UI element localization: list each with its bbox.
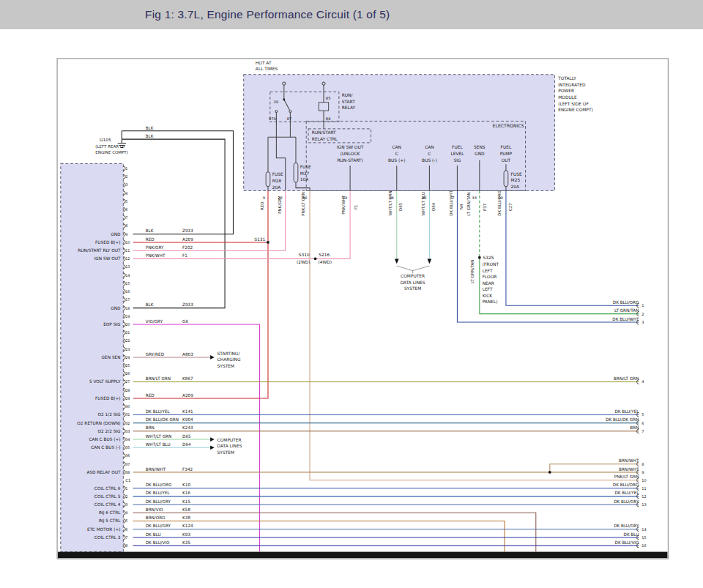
pcm-pin-number: 12: [125, 256, 130, 261]
relay-pin-label: 86: [326, 116, 331, 121]
bottom-cutoff-bar: [58, 552, 667, 559]
wire-color-label: DK BLU/YEL: [614, 409, 639, 414]
relay-ctrl-label: RELAY CTRL: [312, 137, 338, 141]
circuit-code-label: N4: [459, 204, 464, 209]
splice-s310-label: S310: [299, 253, 310, 257]
tipm-pin-function: BUS (-): [422, 158, 437, 163]
fuse-m37-label: FUSE: [300, 165, 311, 169]
pcm-pin-function-label: IGN SW OUT: [94, 256, 121, 261]
right-pin-number: 3: [641, 320, 644, 324]
wire-color-label: DK BLU/GRY: [614, 499, 639, 504]
fuse-m37: [294, 163, 298, 182]
circuit-code-label: F1: [182, 253, 187, 258]
wire-color-label: LT GRN/TAN: [614, 308, 639, 313]
wire-color-label: BRN/LT GRN: [146, 376, 171, 381]
circuit-code-label: A209: [182, 237, 193, 242]
wire-color-label: BLK: [146, 228, 154, 233]
wire-blk-z933-a: [122, 131, 233, 234]
tipm-pin-number: 15: [422, 196, 427, 200]
wire-color-label: RED: [146, 237, 155, 242]
pcm-pin-number: 28: [125, 388, 130, 392]
circuit-code-label: K93: [182, 532, 190, 537]
wire-color-label: DK BLU/DK GRN: [146, 417, 179, 422]
pcm-pin-function-label: RUN/START RLY OUT: [78, 248, 121, 253]
wire-color-label: WHT/LT GRN: [146, 434, 172, 439]
wire-color-label: DK BLU/GRY: [146, 499, 171, 504]
pcm-pin-number: 18: [125, 306, 130, 310]
wire-color-label: DK BLU/YEL: [146, 491, 171, 495]
circuit-code-label: F342: [182, 467, 193, 472]
tipm-pin-function: C: [428, 152, 431, 156]
splice-s310-s216: [314, 257, 317, 260]
relay-pin-label: 87: [287, 116, 292, 121]
circuit-code-label: K867: [182, 376, 193, 381]
tipm-pin-function: FUEL: [501, 145, 512, 149]
wire-color-label: BRN: [146, 425, 155, 430]
pcm-connector-c1-label: C1: [125, 478, 130, 483]
splice-s325-label: S325: [483, 256, 494, 260]
fuse-m25-label: FUSE: [511, 172, 522, 176]
pcm-pin-number: 17: [125, 297, 130, 302]
right-pin-number: 14: [641, 527, 646, 532]
tipm-label: INTEGRATED: [558, 83, 586, 87]
pcm-pin-function-label: CAN C BUS (-): [91, 445, 120, 450]
tipm-label: MODULE: [558, 95, 577, 100]
right-pin-number: 1: [641, 303, 644, 308]
right-pin-number: 13: [641, 502, 646, 507]
pcm-pin-number: 2: [125, 494, 127, 499]
splice-s325-label: LEFT: [483, 269, 493, 273]
right-pin-number: 7: [641, 429, 644, 433]
pcm-pin-function-label: COIL CTRL 6: [94, 486, 121, 491]
tipm-pin-function: RUN-START): [337, 158, 362, 163]
wiring-diagram: HOT ATALL TIMESELECTRONICSTOTALLYINTEGRA…: [0, 29, 703, 588]
hot-at-all-times-label: HOT AT: [256, 61, 272, 65]
pcm-pin-number: 13: [125, 264, 130, 269]
pcm-pin-number: 2: [125, 174, 127, 179]
circuit-code-label: Z933: [182, 228, 193, 233]
wire-blk-z933-b: [122, 139, 225, 308]
tipm-label: (LEFT SIDE OF: [558, 102, 589, 106]
relay-label: START: [342, 100, 356, 104]
splice-s310-label: (2WD): [297, 260, 310, 264]
right-pin-number: 4: [641, 379, 644, 384]
electronics-label: ELECTRONICS: [493, 123, 524, 128]
starting-charging-arrow: [210, 355, 215, 360]
starting-charging-label: SYSTEM: [217, 364, 234, 368]
relay-pin-label: 85: [326, 96, 331, 100]
pcm-pin-function-label: CAN C BUS (+): [89, 437, 120, 442]
can-minus-offpage-arrow: [210, 445, 215, 450]
tipm-label: ENGINE COMPT): [558, 108, 593, 112]
pcm-pin-function-label: ASD RELAY OUT: [86, 470, 121, 475]
circuit-code-label: G6: [182, 319, 188, 324]
pcm-pin-number: 20: [125, 322, 130, 327]
tipm-pin-number: 34: [472, 196, 477, 200]
relay-label: RUN/: [342, 93, 353, 97]
fuse-m25-label: 20A: [511, 185, 520, 189]
wire-color-label: DK BLU/WHT: [449, 190, 453, 216]
starting-charging-label: CHARGING: [217, 357, 241, 362]
wire-color-label: DK BLU/ORG: [613, 483, 639, 487]
circuit-code-label: A803: [182, 352, 193, 357]
wire-color-label: DK BLU/YEL: [614, 491, 639, 495]
splice-s131-label: S131: [254, 237, 265, 242]
relay-contact-87: [289, 111, 291, 113]
data-lines-system-label: COMPUTER: [401, 274, 425, 278]
splice-s325-label: NEAR: [483, 281, 494, 286]
right-pin-number: 8: [641, 462, 644, 466]
title-bar: Fig 1: 3.7L, Engine Performance Circuit …: [0, 0, 703, 29]
tipm-pin-number: 10: [498, 196, 503, 200]
splice-s216-label: (4WD): [318, 260, 332, 264]
wire-color-label: BRN/VIO: [146, 507, 164, 512]
wire-color-label: LT GRN/TAN: [466, 192, 471, 215]
pcm-pin-number: 23: [125, 347, 130, 351]
pcm-pin-number: 1: [125, 486, 127, 491]
circuit-code-label: K141: [182, 409, 193, 414]
circuit-code-label: K243: [182, 425, 193, 430]
wire-color-label: WHT/LT BLU: [146, 442, 171, 447]
relay-label: RELAY: [342, 105, 356, 110]
pcm-pin-function-label: GND: [111, 232, 121, 237]
pcm-pin-number: 1: [125, 166, 127, 171]
pcm-pin-number: 10: [125, 240, 130, 245]
right-pin-number: 2: [641, 312, 644, 316]
relay-pin-label: 30: [274, 100, 279, 104]
